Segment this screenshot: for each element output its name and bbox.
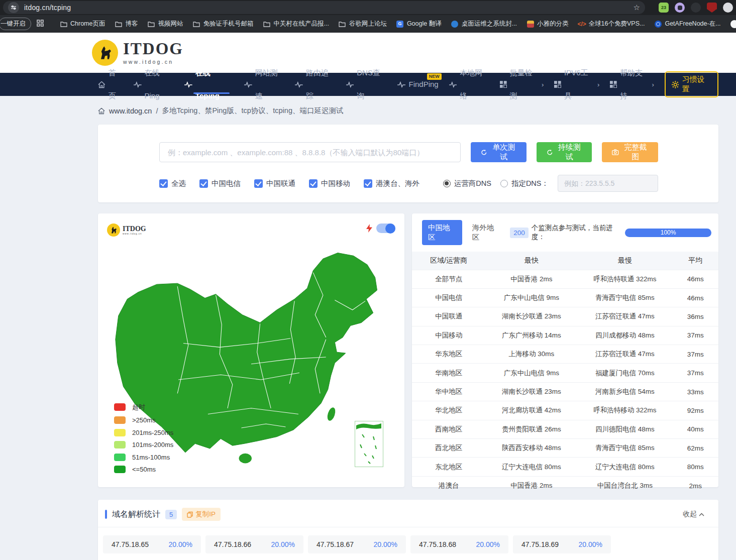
single-test-button[interactable]: 单次测试	[471, 142, 527, 162]
legend-item: 101ms-200ms	[114, 441, 173, 449]
nav-dns-query[interactable]: DNS查询	[346, 73, 387, 96]
quick-toggle-pill[interactable]: 一键开启	[0, 18, 31, 30]
nav-website-speed[interactable]: 网站测速	[244, 73, 284, 96]
nav-help-support[interactable]: 帮助支持 ›	[610, 73, 654, 96]
home-icon	[98, 81, 106, 88]
home-icon	[98, 107, 105, 115]
dns-options: 运营商DNS 指定DNS：	[443, 175, 658, 192]
url-text[interactable]: itdog.cn/tcping	[24, 4, 71, 12]
checkbox-overseas[interactable]: 港澳台、海外	[364, 179, 419, 188]
camera-icon	[612, 149, 618, 156]
monitor-count-text: 个监测点参与测试，当前进度：	[532, 223, 622, 242]
bookmark-link[interactable]: 小雅的分类	[523, 18, 572, 30]
table-row[interactable]: 华北地区河北廊坊联通 42ms呼和浩特移动 322ms92ms	[412, 401, 718, 420]
breadcrumb-site[interactable]: www.itdog.cn	[109, 107, 152, 115]
site-favicon	[527, 20, 534, 28]
main-nav: 首页 在线Ping 在线Tcping 网站测速 路由追踪 DNS查询 FindP…	[0, 73, 736, 96]
nav-home[interactable]: 首页	[98, 73, 123, 96]
nav-online-ping[interactable]: 在线Ping	[134, 73, 174, 96]
apps-grid-icon[interactable]	[37, 20, 44, 28]
tab-overseas-region[interactable]: 海外地区	[466, 220, 506, 245]
nav-batch-test[interactable]: 批量检测 ›	[500, 73, 544, 96]
nav-traceroute[interactable]: 路由追踪	[295, 73, 335, 96]
extension-icon[interactable]: 2	[707, 3, 717, 13]
folder-icon	[339, 20, 346, 28]
chevron-right-icon: ›	[597, 81, 599, 88]
table-row[interactable]: 中国电信广东中山电信 9ms青海西宁电信 85ms46ms	[412, 288, 718, 307]
bookmark-folder[interactable]: 博客	[112, 18, 141, 30]
radio-custom-dns[interactable]: 指定DNS：	[500, 179, 549, 188]
legend-item: 51ms-100ms	[114, 454, 173, 461]
checkbox-china-telecom[interactable]: 中国电信	[199, 179, 241, 188]
bookmark-link[interactable]: </>全球16个免费VPS...	[575, 18, 648, 30]
checkbox-china-unicom[interactable]: 中国联通	[254, 179, 295, 188]
pulse-icon	[449, 81, 457, 88]
bookmark-folder[interactable]: 免验证手机号邮箱	[189, 18, 256, 30]
collapse-button[interactable]: 收起	[683, 510, 704, 519]
nav-local-network[interactable]: 本地网络	[449, 73, 489, 96]
full-screenshot-button[interactable]: 完整截图	[602, 142, 658, 162]
nav-ipv6-tools[interactable]: IPV6工具 ›	[554, 73, 599, 96]
chevron-right-icon: ›	[542, 81, 544, 88]
ip-card[interactable]: 47.75.18.6920.00%	[513, 535, 611, 553]
legend-swatch	[114, 441, 126, 449]
bookmark-folder[interactable]: 视频网站	[144, 18, 186, 30]
habit-settings-button[interactable]: 习惯设置	[665, 71, 718, 97]
continuous-test-button[interactable]: 持续测试	[537, 142, 592, 162]
nav-online-tcping[interactable]: 在线Tcping	[184, 73, 234, 96]
pulse-icon	[244, 81, 252, 88]
extension-icon[interactable]	[691, 3, 701, 13]
bookmark-folder[interactable]: 中关村在线产品报...	[260, 18, 332, 30]
map-mode-toggle[interactable]	[376, 223, 395, 233]
monitor-count-badge: 200	[510, 228, 529, 238]
bookmark-link[interactable]: GetAFreeNode-在...	[651, 18, 723, 30]
url-bar[interactable]: itdog.cn/tcping ☆	[3, 1, 645, 14]
pulse-icon	[346, 81, 354, 88]
tab-china-region[interactable]: 中国地区	[422, 220, 462, 245]
ip-card[interactable]: 47.75.18.6820.00%	[410, 535, 508, 553]
radio-carrier-dns[interactable]: 运营商DNS	[443, 179, 491, 188]
extension-icon[interactable]: 23	[659, 3, 669, 13]
table-row[interactable]: 全部节点中国香港 2ms呼和浩特联通 322ms46ms	[412, 270, 718, 288]
dns-stats-title: 域名解析统计	[112, 509, 160, 520]
bookmark-folder[interactable]: 谷歌网上论坛	[336, 18, 390, 30]
table-row[interactable]: 华东地区上海移动 30ms江苏宿迁联通 47ms37ms	[412, 345, 718, 364]
nav-findping[interactable]: FindPing NEW	[397, 73, 438, 96]
copy-ip-button[interactable]: 复制IP	[182, 508, 221, 521]
table-row[interactable]: 西北地区陕西西安移动 48ms青海西宁电信 85ms62ms	[412, 439, 718, 458]
legend-swatch	[114, 403, 126, 411]
map-watermark-logo: ITDOG www.itdog.cn	[107, 223, 146, 237]
table-row[interactable]: 港澳台中国香港 2ms中国台湾台北 3ms2ms	[412, 476, 718, 495]
ip-count-badge: 5	[165, 510, 177, 519]
title-accent-bar	[105, 510, 107, 519]
table-row[interactable]: 西南地区贵州贵阳联通 26ms四川德阳电信 48ms40ms	[412, 420, 718, 438]
bookmark-link[interactable]: 桌面运维之系统封...	[448, 18, 520, 30]
bookmark-link[interactable]: Google 翻译	[393, 18, 445, 30]
bookmark-folder[interactable]: Chrome页面	[57, 18, 108, 30]
legend-swatch	[114, 416, 126, 424]
checkbox-select-all[interactable]: 全选	[159, 179, 186, 188]
table-row[interactable]: 华中地区湖南长沙联通 23ms河南新乡电信 54ms33ms	[412, 382, 718, 401]
ip-card[interactable]: 47.75.18.6720.00%	[308, 535, 406, 553]
ip-card[interactable]: 47.75.18.6620.00%	[205, 535, 303, 553]
profile-icon[interactable]	[723, 3, 733, 13]
bookmark-star-icon[interactable]: ☆	[634, 3, 640, 12]
custom-dns-input[interactable]	[558, 175, 658, 192]
table-row[interactable]: 中国联通湖南长沙联通 23ms江苏宿迁联通 47ms36ms	[412, 307, 718, 326]
checkbox-icon	[309, 179, 318, 188]
legend-item: <=50ms	[114, 466, 173, 473]
extension-icon[interactable]	[675, 3, 685, 13]
table-row[interactable]: 华南地区广东中山电信 9ms福建厦门电信 70ms37ms	[412, 364, 718, 382]
google-translate-icon	[396, 20, 404, 28]
code-icon: </>	[578, 20, 586, 28]
extensions-area: 23 2	[659, 1, 733, 14]
host-input[interactable]	[159, 142, 461, 162]
ip-card[interactable]: 47.75.18.6520.00%	[103, 535, 201, 553]
results-header: 中国地区 海外地区 200 个监测点参与测试，当前进度： 100%	[412, 213, 718, 252]
checkbox-china-mobile[interactable]: 中国移动	[309, 179, 350, 188]
table-row[interactable]: 东北地区辽宁大连电信 80ms辽宁大连电信 80ms80ms	[412, 458, 718, 476]
legend-swatch	[114, 454, 126, 461]
site-info-icon[interactable]	[8, 2, 19, 13]
table-row[interactable]: 中国移动广东广州移动 14ms四川成都移动 48ms37ms	[412, 326, 718, 345]
github-icon[interactable]	[727, 19, 736, 30]
